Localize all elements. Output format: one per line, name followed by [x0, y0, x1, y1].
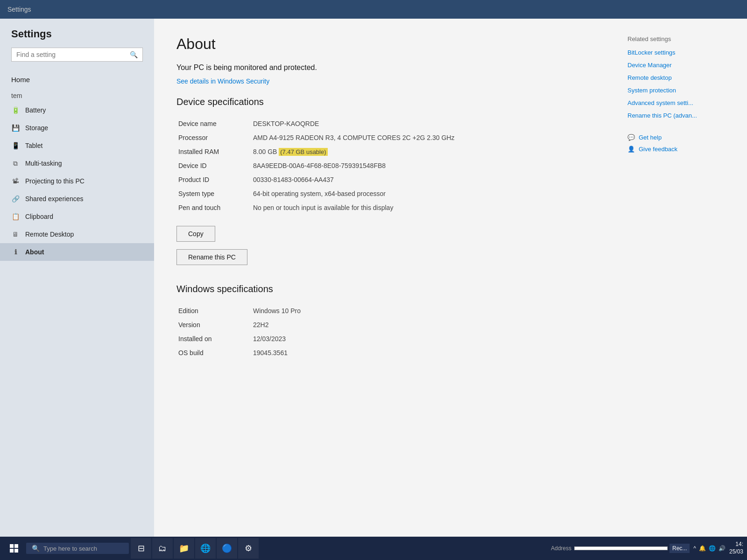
- search-input[interactable]: [16, 51, 130, 58]
- spec-label: Installed on: [176, 332, 251, 346]
- taskbar: 🔍 Type here to search ⊟ 🗂 📁 🌐 🔵 ⚙ Addres…: [0, 537, 747, 560]
- sidebar-item-label: Storage: [25, 124, 48, 132]
- title-bar-label: Settings: [7, 6, 31, 13]
- title-bar: Settings: [0, 0, 747, 19]
- tablet-icon: 📱: [11, 141, 20, 150]
- taskbar-search-placeholder: Type here to search: [43, 545, 97, 552]
- tray-icon-3: 🌐: [709, 545, 716, 552]
- start-button[interactable]: [4, 538, 24, 559]
- sidebar-item-about[interactable]: ℹ About: [0, 243, 154, 261]
- address-label: Address: [551, 545, 571, 552]
- sidebar-item-label: Shared experiences: [25, 195, 84, 203]
- clipboard-icon: 📋: [11, 212, 20, 221]
- get-help-label: Get help: [639, 134, 662, 141]
- sidebar-item-label: Multi-tasking: [25, 160, 62, 167]
- spec-value: DESKTOP-KAOQRDE: [251, 117, 531, 131]
- sidebar-item-battery[interactable]: 🔋 Battery: [0, 101, 154, 119]
- about-icon: ℹ: [11, 248, 20, 256]
- spec-label: System type: [176, 187, 251, 201]
- tray-icon-1: ^: [693, 545, 696, 552]
- rename-pc-button[interactable]: Rename this PC: [176, 249, 247, 265]
- table-row: Edition Windows 10 Pro: [176, 304, 531, 318]
- clock-area[interactable]: 14: 25/03: [729, 541, 743, 555]
- rename-pc-advanced-link[interactable]: Rename this PC (advan...: [627, 112, 736, 119]
- clock-date: 25/03: [729, 548, 743, 556]
- spec-label: OS build: [176, 346, 251, 360]
- ram-highlight: (7.47 GB usable): [279, 148, 327, 156]
- sidebar-section-label: tem: [0, 88, 154, 101]
- advanced-system-link[interactable]: Advanced system setti...: [627, 99, 736, 106]
- spec-value: 19045.3561: [251, 346, 531, 360]
- spec-label: Processor: [176, 131, 251, 145]
- spec-label: Installed RAM: [176, 145, 251, 159]
- spec-value: 00330-81483-00664-AA437: [251, 173, 531, 187]
- rename-button-group: Rename this PC: [176, 249, 725, 273]
- main-window: Settings 🔍 Home tem 🔋 Battery 💾 Storage …: [0, 19, 747, 551]
- spec-label: Edition: [176, 304, 251, 318]
- sidebar-header: Settings 🔍: [0, 19, 154, 71]
- sidebar-item-projecting[interactable]: 📽 Projecting to this PC: [0, 172, 154, 190]
- spec-value: No pen or touch input is available for t…: [251, 201, 531, 215]
- address-input[interactable]: [574, 546, 668, 550]
- spec-label: Version: [176, 318, 251, 332]
- sidebar-nav: 🔋 Battery 💾 Storage 📱 Tablet ⧉ Multi-tas…: [0, 101, 154, 551]
- get-help-item[interactable]: 💬 Get help: [627, 134, 736, 141]
- related-settings-title: Related settings: [627, 35, 736, 42]
- main-content-area: About Your PC is being monitored and pro…: [154, 19, 747, 551]
- windows-specs-table: Edition Windows 10 Pro Version 22H2 Inst…: [176, 304, 531, 360]
- shared-icon: 🔗: [11, 195, 20, 203]
- project-icon: 📽: [11, 177, 20, 185]
- sidebar-item-shared[interactable]: 🔗 Shared experiences: [0, 190, 154, 208]
- spec-value: 8.00 GB (7.47 GB usable): [251, 145, 531, 159]
- sidebar-item-remote[interactable]: 🖥 Remote Desktop: [0, 225, 154, 243]
- sidebar-item-label: Projecting to this PC: [25, 177, 85, 185]
- remote-icon: 🖥: [11, 230, 20, 238]
- sidebar-item-storage[interactable]: 💾 Storage: [0, 119, 154, 137]
- sidebar-item-label: About: [25, 248, 44, 256]
- address-area: Address: [551, 545, 668, 552]
- taskbar-app-2[interactable]: 🗂: [152, 538, 173, 559]
- bitlocker-settings-link[interactable]: BitLocker settings: [627, 49, 736, 56]
- clock-time: 14:: [729, 541, 743, 548]
- taskbar-app-5[interactable]: 🔵: [217, 538, 237, 559]
- sidebar-item-tablet[interactable]: 📱 Tablet: [0, 137, 154, 154]
- give-feedback-label: Give feedback: [639, 146, 677, 153]
- windows-specs-title: Windows specifications: [176, 284, 725, 294]
- system-protection-link[interactable]: System protection: [627, 87, 736, 94]
- taskbar-app-6[interactable]: ⚙: [238, 538, 259, 559]
- help-section: 💬 Get help 👤 Give feedback: [627, 134, 736, 153]
- sidebar-item-label: Tablet: [25, 142, 42, 149]
- table-row: OS build 19045.3561: [176, 346, 531, 360]
- tray-icon-2: 🔔: [699, 545, 706, 552]
- give-feedback-item[interactable]: 👤 Give feedback: [627, 146, 736, 153]
- taskbar-app-1[interactable]: ⊟: [131, 538, 151, 559]
- taskbar-app-3[interactable]: 📁: [174, 538, 194, 559]
- taskbar-app-4[interactable]: 🌐: [195, 538, 216, 559]
- tray-icon-4: 🔊: [719, 545, 726, 552]
- sidebar-item-multitasking[interactable]: ⧉ Multi-tasking: [0, 154, 154, 172]
- table-row: Installed RAM 8.00 GB (7.47 GB usable): [176, 145, 531, 159]
- ram-value: 8.00 GB: [253, 148, 279, 155]
- device-manager-link[interactable]: Device Manager: [627, 62, 736, 69]
- spec-value: 12/03/2023: [251, 332, 531, 346]
- taskbar-search[interactable]: 🔍 Type here to search: [26, 543, 129, 554]
- spec-label: Pen and touch: [176, 201, 251, 215]
- remote-desktop-link[interactable]: Remote desktop: [627, 74, 736, 81]
- security-link[interactable]: See details in Windows Security: [176, 77, 269, 85]
- spec-value: 8AA9EEDB-00A6-4F68-8E08-759391548FB8: [251, 159, 531, 173]
- svg-rect-3: [14, 549, 18, 553]
- table-row: Device name DESKTOP-KAOQRDE: [176, 117, 531, 131]
- search-icon: 🔍: [130, 51, 138, 58]
- copy-button[interactable]: Copy: [176, 226, 215, 242]
- svg-rect-1: [14, 544, 18, 548]
- spec-value: Windows 10 Pro: [251, 304, 531, 318]
- search-box[interactable]: 🔍: [11, 48, 143, 62]
- table-row: Pen and touch No pen or touch input is a…: [176, 201, 531, 215]
- table-row: Device ID 8AA9EEDB-00A6-4F68-8E08-759391…: [176, 159, 531, 173]
- spec-label: Device ID: [176, 159, 251, 173]
- battery-icon: 🔋: [11, 106, 20, 114]
- search-icon: 🔍: [32, 545, 40, 552]
- sidebar-item-clipboard[interactable]: 📋 Clipboard: [0, 208, 154, 225]
- spec-label: Product ID: [176, 173, 251, 187]
- sidebar-home[interactable]: Home: [0, 71, 154, 88]
